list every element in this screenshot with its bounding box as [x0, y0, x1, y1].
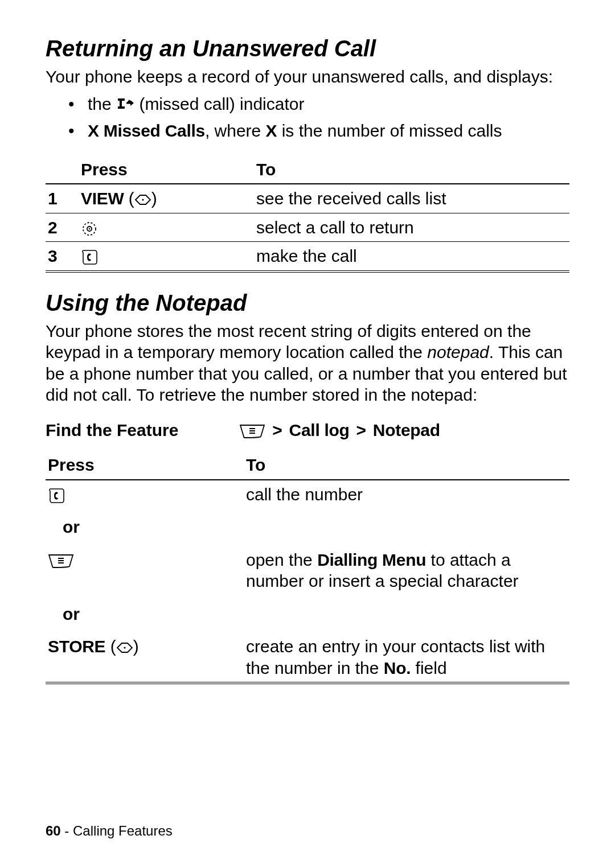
ftf-part1: Call log: [289, 421, 350, 439]
menu-key-icon: [239, 424, 265, 439]
find-the-feature-label: Find the Feature: [46, 419, 239, 441]
t2-to-3-post: field: [411, 659, 446, 677]
t1-step-3: 3: [46, 242, 79, 271]
t1-press-1: VIEW ( ): [79, 184, 254, 213]
chapter-name: Calling Features: [73, 823, 173, 838]
svg-rect-12: [249, 433, 255, 434]
intro-text: Your phone keeps a record of your unansw…: [46, 66, 569, 88]
or-label-1: or: [46, 508, 569, 546]
bullet2-suffix: is the number of missed calls: [277, 121, 502, 140]
find-the-feature-row: Find the Feature > Call log > Notepad: [46, 419, 569, 441]
or-row: or: [46, 508, 569, 546]
bullet-missed-call-indicator: the (missed call) indicator: [68, 93, 569, 115]
t1-press-3: [79, 242, 254, 271]
svg-rect-14: [58, 560, 64, 561]
t1-to-2: select a call to return: [254, 213, 569, 242]
or-row: or: [46, 595, 569, 633]
bullet2-x: X: [266, 121, 277, 140]
t1-step-2: 2: [46, 213, 79, 242]
menu-key-icon: [48, 554, 74, 569]
paren-close: ): [151, 189, 157, 208]
page-number: 60: [46, 823, 61, 838]
ftf-sep2: >: [352, 421, 371, 439]
t2-press-1: [46, 480, 244, 509]
missed-call-icon: [116, 97, 134, 113]
bullet1-prefix: the: [88, 94, 116, 113]
t1-head-press: Press: [79, 155, 254, 184]
svg-rect-10: [249, 428, 255, 429]
t2-to-3-bold: No.: [384, 659, 411, 677]
svg-point-6: [142, 199, 144, 200]
view-label: VIEW: [81, 189, 124, 208]
t2-to-2-pre: open the: [246, 550, 317, 569]
svg-point-9: [89, 228, 91, 229]
center-select-icon: [81, 220, 98, 237]
table-row: 2 select a call to return: [46, 213, 569, 242]
t2-to-1: call the number: [244, 480, 569, 509]
send-key-icon: [48, 488, 65, 504]
paren-open: (: [129, 189, 134, 208]
t1-head-step: [46, 155, 79, 184]
body-em: notepad: [427, 343, 489, 361]
t1-to-3: make the call: [254, 242, 569, 271]
paren-close-2: ): [133, 637, 139, 656]
t1-step-1: 1: [46, 184, 79, 213]
nav-key-icon: [134, 194, 151, 205]
footer-sep: -: [61, 823, 73, 838]
page-footer: 60 - Calling Features: [46, 822, 173, 840]
nav-key-icon: [116, 642, 133, 653]
bullet2-prefix: X Missed Calls: [88, 121, 205, 140]
t2-to-2-bold: Dialling Menu: [317, 550, 426, 569]
t2-press-2: [46, 546, 244, 595]
bullet1-suffix: (missed call) indicator: [139, 94, 304, 113]
svg-point-17: [124, 647, 125, 648]
svg-rect-15: [58, 562, 64, 563]
t1-to-1: see the received calls list: [254, 184, 569, 213]
svg-marker-4: [130, 100, 134, 106]
t1-press-2: [79, 213, 254, 242]
store-label: STORE: [48, 637, 105, 656]
bullet-list: the (missed call) indicator X Missed Cal…: [68, 93, 569, 142]
ftf-part2: Notepad: [373, 421, 440, 439]
table-row: 1 VIEW ( ) see the received calls list: [46, 184, 569, 213]
bullet-x-missed-calls: X Missed Calls, where X is the number of…: [68, 120, 569, 142]
svg-rect-2: [118, 106, 125, 109]
press-to-table-2: Press To call the number or: [46, 451, 569, 684]
svg-rect-11: [249, 430, 255, 431]
t2-to-3: create an entry in your contacts list wi…: [244, 632, 569, 683]
bullet2-mid: , where: [205, 121, 266, 140]
table-row: 3 make the call: [46, 242, 569, 271]
or-label-2: or: [46, 595, 569, 633]
table-row: STORE ( ) create an entry in your contac…: [46, 632, 569, 683]
notepad-body: Your phone stores the most recent string…: [46, 320, 569, 406]
find-the-feature-path: > Call log > Notepad: [239, 419, 569, 441]
table-row: call the number: [46, 480, 569, 509]
send-key-icon: [81, 249, 98, 265]
table-row: open the Dialling Menu to attach a numbe…: [46, 546, 569, 595]
manual-page: Returning an Unanswered Call Your phone …: [0, 0, 615, 868]
t2-head-press: Press: [46, 451, 244, 480]
t2-to-2: open the Dialling Menu to attach a numbe…: [244, 546, 569, 595]
svg-rect-13: [58, 558, 64, 559]
t2-press-3: STORE ( ): [46, 632, 244, 683]
paren-open-2: (: [110, 637, 116, 656]
t1-head-to: To: [254, 155, 569, 184]
heading-using-notepad: Using the Notepad: [46, 289, 569, 317]
t2-head-to: To: [244, 451, 569, 480]
press-to-table-1: Press To 1 VIEW ( ) see the received cal…: [46, 155, 569, 273]
ftf-sep1: >: [272, 421, 286, 439]
heading-returning-call: Returning an Unanswered Call: [46, 34, 569, 63]
